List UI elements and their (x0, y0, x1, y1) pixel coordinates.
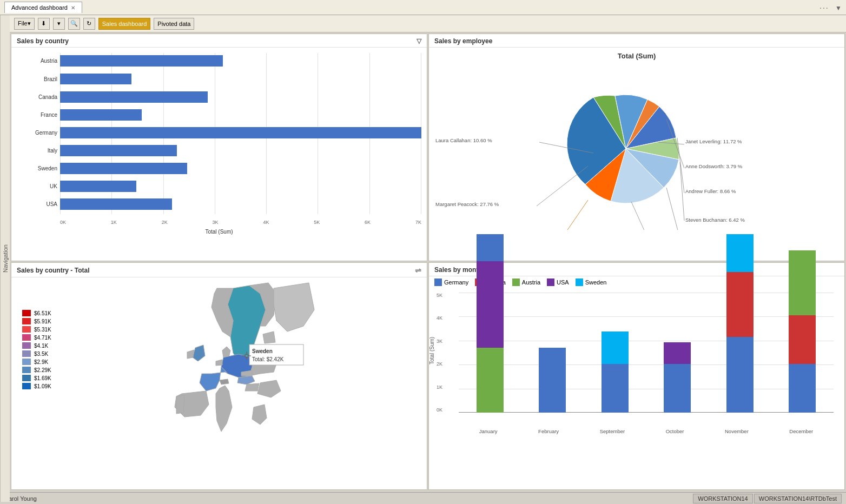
svg-line-9 (680, 162, 684, 221)
svg-text:Margaret Peacock: 27.76 %: Margaret Peacock: 27.76 % (435, 201, 499, 207)
map-legend-item: $4.71K (22, 334, 51, 341)
pie-title: Total (Sum) (429, 48, 844, 60)
sales-by-country-title: Sales by country ▽ (11, 34, 427, 48)
map-panel-title: Sales by country - Total ⇌ (11, 263, 427, 277)
search-button[interactable]: 🔍 (68, 18, 80, 30)
bar-fill (60, 198, 172, 210)
bar-chart: AustriaBrazilCanadaFranceGermanyItalySwe… (11, 48, 427, 237)
sales-by-country-map-panel: Sales by country - Total ⇌ $6.51K$5.91K$… (11, 262, 427, 490)
bar-stack (477, 234, 504, 413)
bar-country-label: Canada (28, 94, 57, 100)
status-db: WORKSTATION14\RTDbTest (754, 494, 842, 503)
legend-color-box (512, 278, 520, 286)
dropdown-button[interactable]: ▾ (53, 18, 65, 30)
svg-text:Anne Dodsworth: 3.79 %: Anne Dodsworth: 3.79 % (685, 163, 743, 169)
pie-svg: Laura Callahan: 10.60 % Janet Leverling:… (429, 62, 844, 230)
month-bar-group (474, 234, 506, 413)
bar-stack (539, 348, 566, 413)
bar-fill (60, 91, 208, 103)
file-button[interactable]: File▾ (14, 18, 35, 30)
status-right: WORKSTATION14 WORKSTATION14\RTDbTest (693, 494, 842, 503)
svg-text:Janet Leverling: 11.72 %: Janet Leverling: 11.72 % (685, 138, 742, 144)
svg-line-11 (666, 188, 684, 230)
bar-segment (602, 364, 629, 413)
navigation-panel: Navigation (0, 15, 10, 502)
refresh-button[interactable]: ↻ (83, 18, 95, 30)
legend-label: $1.09K (34, 383, 51, 389)
bar-stack (664, 342, 691, 413)
legend-color-swatch (22, 350, 31, 357)
toolbar: File▾ ⬇ ▾ 🔍 ↻ Sales dashboard Pivoted da… (10, 15, 846, 32)
legend-label: $5.91K (34, 319, 51, 324)
legend-label: $2.29K (34, 367, 51, 373)
bar-fill (60, 163, 187, 174)
svg-line-15 (539, 200, 588, 230)
bar-country-label: France (28, 112, 57, 118)
pivoted-data-button[interactable]: Pivoted data (154, 18, 194, 30)
bar-country-label: Austria (28, 58, 57, 64)
bar-country-label: USA (28, 201, 57, 207)
legend-label: $3.5K (34, 351, 48, 357)
filter-icon[interactable]: ▽ (417, 37, 421, 45)
svg-text:Steven Buchanan: 6.42 %: Steven Buchanan: 6.42 % (685, 217, 745, 223)
legend-item-label: Austria (522, 279, 540, 286)
legend-label: $1.69K (34, 375, 51, 381)
bar-stack (789, 250, 816, 413)
sales-by-month-panel: Sales by month GermanyCanadaAustriaUSASw… (428, 262, 845, 490)
x-axis-month-labels: JanuaryFebruarySeptemberOctoberNovemberD… (459, 428, 834, 434)
bar-segment (726, 337, 754, 413)
legend-color-swatch (22, 359, 31, 365)
bar-segment (477, 348, 504, 413)
x-axis-label: Total (Sum) (11, 229, 427, 235)
tab-advanced-dashboard[interactable]: Advanced dashboard ✕ (4, 2, 82, 13)
month-bar-group (536, 348, 569, 413)
status-workstation: WORKSTATION14 (693, 494, 753, 503)
svg-text:Andrew Fuller: 8.66 %: Andrew Fuller: 8.66 % (685, 188, 736, 194)
bar-fill (60, 109, 142, 121)
legend-color-swatch (22, 326, 31, 333)
sales-dashboard-button[interactable]: Sales dashboard (98, 18, 151, 30)
legend-color-swatch (22, 383, 31, 389)
map-legend-item: $3.5K (22, 350, 51, 357)
bar-segment (477, 261, 504, 348)
bar-row: Sweden (60, 161, 421, 177)
download-button[interactable]: ⬇ (38, 18, 50, 30)
month-bar-group (599, 331, 631, 413)
bar-country-label: Germany (28, 130, 57, 136)
month-legend-item: Austria (512, 278, 540, 286)
bar-fill (60, 55, 223, 67)
sales-by-employee-title: Sales by employee (429, 34, 844, 48)
svg-line-13 (631, 202, 668, 230)
expand-icon: ▼ (835, 4, 842, 12)
legend-item-label: Germany (444, 279, 468, 286)
tab-close-icon[interactable]: ✕ (71, 5, 75, 11)
europe-map: Sweden Total: $2.42K (82, 277, 385, 483)
month-legend-item: USA (547, 278, 569, 286)
map-legend-item: $2.9K (22, 359, 51, 365)
bar-segment (477, 234, 504, 261)
bar-fill (60, 127, 421, 138)
legend-color-box (576, 278, 583, 286)
bar-country-label: Brazil (28, 76, 57, 82)
bar-segment (602, 331, 629, 364)
bar-row: USA (60, 196, 421, 213)
nav-label: Navigation (2, 244, 9, 273)
legend-item-label: USA (557, 279, 569, 286)
legend-color-swatch (22, 318, 31, 324)
status-bar: Carol Young WORKSTATION14 WORKSTATION14\… (0, 492, 846, 504)
month-legend-item: Germany (434, 278, 468, 286)
bar-row: Italy (60, 143, 421, 159)
legend-color-swatch (22, 310, 31, 316)
month-chart-area: Total (Sum) 5K4K3K2K1K0K JanuaryFebruary… (429, 288, 844, 440)
x-axis-ticks: 0K1K2K3K4K5K6K7K (60, 220, 421, 225)
map-legend-item: $1.69K (22, 375, 51, 381)
legend-label: $4.71K (34, 335, 51, 341)
bar-segment (664, 364, 691, 413)
bar-segment (664, 342, 691, 364)
bar-segment (789, 250, 816, 315)
map-legend-item: $1.09K (22, 383, 51, 389)
month-bar-group (724, 234, 756, 413)
bar-country-label: Sweden (28, 165, 57, 171)
legend-color-swatch (22, 342, 31, 349)
map-legend-item: $4.1K (22, 342, 51, 349)
